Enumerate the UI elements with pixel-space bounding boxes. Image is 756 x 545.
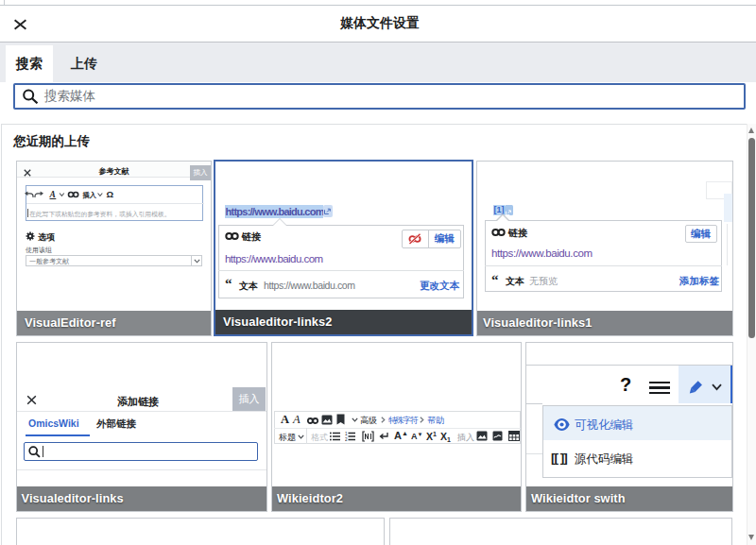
svg-text:2: 2 — [345, 437, 348, 441]
svg-text:插入: 插入 — [82, 191, 97, 199]
svg-text:Ω: Ω — [107, 189, 114, 199]
svg-text:A: A — [49, 190, 56, 199]
svg-text:1: 1 — [345, 432, 348, 436]
